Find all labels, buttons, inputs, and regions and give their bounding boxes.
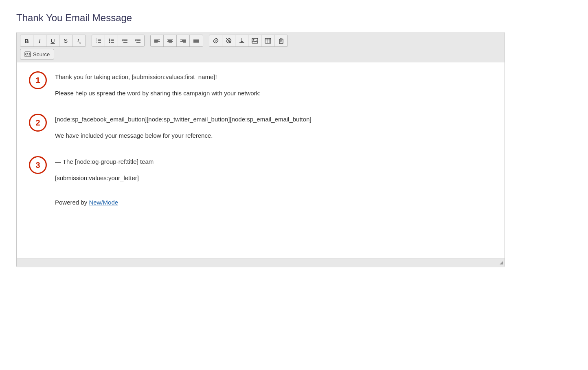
align-center-icon <box>167 37 173 44</box>
indent-icon <box>134 37 141 44</box>
svg-point-6 <box>109 39 110 40</box>
svg-point-41 <box>253 39 254 40</box>
svg-point-8 <box>109 42 110 43</box>
svg-marker-39 <box>240 41 244 42</box>
para-3-2: [submission:values:your_letter] <box>55 173 492 183</box>
section-2-text: [node:sp_facebook_email_button][node:sp_… <box>55 113 492 147</box>
toolbar-row-1: B I U S Ix <box>20 35 501 47</box>
align-left-button[interactable] <box>151 35 164 46</box>
toolbar: B I U S Ix <box>17 32 505 62</box>
content-section-2: 2 [node:sp_facebook_email_button][node:s… <box>29 113 492 147</box>
content-section-1: 1 Thank you for taking action, [submissi… <box>29 70 492 105</box>
table-button[interactable] <box>261 35 274 46</box>
align-right-icon <box>180 37 186 44</box>
svg-marker-15 <box>122 40 123 42</box>
page-title: Thank You Email Message <box>16 12 572 24</box>
para-1-1: Thank you for taking action, [submission… <box>55 72 492 82</box>
section-1-text: Thank you for taking action, [submission… <box>55 70 492 105</box>
image-icon <box>252 37 258 44</box>
editor-footer <box>17 258 505 267</box>
footer-paragraph: Powered by New/Mode <box>55 198 492 207</box>
unlink-icon <box>226 37 232 44</box>
editor-body[interactable]: 1 Thank you for taking action, [submissi… <box>17 62 505 258</box>
align-right-button[interactable] <box>177 35 190 46</box>
svg-point-7 <box>109 40 110 42</box>
table-icon <box>265 37 271 44</box>
align-group <box>150 35 203 47</box>
outdent-button[interactable] <box>118 35 131 46</box>
annotation-2: 2 <box>29 114 47 132</box>
annotation-3: 3 <box>29 156 47 174</box>
svg-text:3: 3 <box>96 41 97 43</box>
content-section-3: 3 — The [node:og-group-ref:title] team [… <box>29 155 492 189</box>
para-1-2: Please help us spread the word by sharin… <box>55 88 492 98</box>
align-justify-icon <box>193 37 200 44</box>
resize-handle[interactable] <box>500 261 503 264</box>
image-button[interactable] <box>248 35 261 46</box>
underline-button[interactable]: U <box>46 35 59 46</box>
indent-button[interactable] <box>131 35 144 46</box>
clear-format-button[interactable]: Ix <box>72 35 86 46</box>
link-button[interactable] <box>209 35 222 46</box>
para-2-2: We have included your message below for … <box>55 131 492 141</box>
ordered-list-icon: 1 2 3 <box>95 37 102 44</box>
unordered-list-button[interactable] <box>105 35 118 46</box>
para-3-1: — The [node:og-group-ref:title] team <box>55 157 492 167</box>
paste-icon <box>278 37 284 44</box>
toolbar-row-2: Source <box>20 49 501 59</box>
svg-line-52 <box>27 53 28 55</box>
new-mode-link[interactable]: New/Mode <box>89 199 118 206</box>
source-code-icon <box>24 51 31 57</box>
svg-marker-19 <box>135 40 136 42</box>
para-2-1: [node:sp_facebook_email_button][node:sp_… <box>55 115 492 124</box>
align-center-button[interactable] <box>164 35 177 46</box>
unordered-list-icon <box>108 37 115 44</box>
svg-rect-42 <box>265 38 271 43</box>
rich-text-editor: B I U S Ix <box>16 32 505 267</box>
outdent-icon <box>121 37 128 44</box>
align-justify-button[interactable] <box>190 35 203 46</box>
download-button[interactable] <box>235 35 248 46</box>
svg-rect-40 <box>252 38 258 43</box>
source-label: Source <box>33 51 50 57</box>
link-icon <box>213 37 219 44</box>
text-format-group: B I U S Ix <box>20 35 86 47</box>
download-icon <box>239 37 245 44</box>
italic-button[interactable]: I <box>33 35 46 46</box>
section-3-text: — The [node:og-group-ref:title] team [su… <box>55 155 492 189</box>
paste-button[interactable] <box>274 35 287 46</box>
align-left-icon <box>154 37 160 44</box>
svg-rect-37 <box>239 42 244 43</box>
ordered-list-button[interactable]: 1 2 3 <box>92 35 105 46</box>
powered-by-text: Powered by <box>55 199 89 206</box>
unlink-button[interactable] <box>222 35 235 46</box>
list-format-group: 1 2 3 <box>92 35 145 47</box>
source-button[interactable]: Source <box>20 49 54 59</box>
annotation-1: 1 <box>29 71 47 89</box>
svg-rect-47 <box>280 38 282 40</box>
strikethrough-button[interactable]: S <box>59 35 72 46</box>
insert-group <box>209 35 288 47</box>
bold-button[interactable]: B <box>20 35 33 46</box>
